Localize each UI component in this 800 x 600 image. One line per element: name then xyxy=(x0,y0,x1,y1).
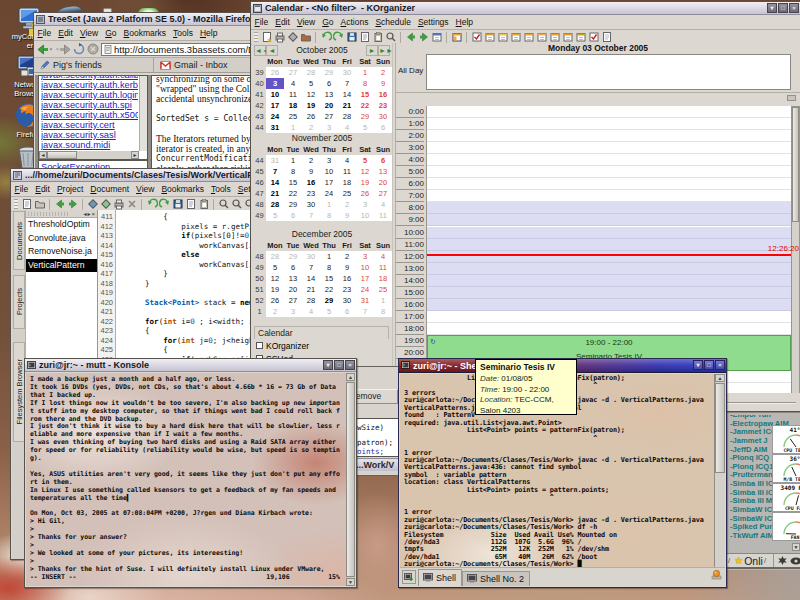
package-links[interactable]: javax.security.auth.callbajavax.security… xyxy=(41,75,138,160)
new-event-icon[interactable] xyxy=(261,31,273,43)
day-cell[interactable]: 19 xyxy=(266,284,284,295)
next-days-view-icon[interactable] xyxy=(549,31,561,43)
day-cell[interactable]: 10 xyxy=(320,166,338,177)
show-today-icon[interactable] xyxy=(431,31,443,43)
flower-menu-icon[interactable] xyxy=(777,555,788,566)
korganizer-menubar[interactable]: FileEditViewGoActionsScheduleSettingsHel… xyxy=(251,15,800,30)
day-cell[interactable]: 21 xyxy=(266,188,284,199)
day-cell[interactable]: 9 xyxy=(338,210,356,221)
agenda-row[interactable] xyxy=(427,299,791,311)
day-cell[interactable]: 11 xyxy=(374,262,392,273)
minimize-button[interactable]: ▾ xyxy=(323,360,333,370)
day-cell[interactable]: 6 xyxy=(320,78,338,89)
day-cell[interactable]: 14 xyxy=(338,89,356,100)
publish-icon[interactable] xyxy=(300,31,312,43)
day-cell[interactable]: 11 xyxy=(338,166,356,177)
document-item[interactable]: RemoveNoise.ja xyxy=(26,245,97,259)
redo-icon[interactable] xyxy=(159,198,171,210)
day-cell[interactable]: 12 xyxy=(266,273,284,284)
day-view-icon[interactable] xyxy=(510,31,522,43)
day-cell[interactable]: 23 xyxy=(302,188,320,199)
agenda-row[interactable] xyxy=(427,263,791,275)
agenda-row[interactable] xyxy=(427,323,791,335)
day-cell[interactable]: 7 xyxy=(338,78,356,89)
agenda-row[interactable] xyxy=(427,178,791,190)
day-cell[interactable]: 15 xyxy=(284,177,302,188)
forward-button[interactable] xyxy=(55,44,71,55)
agenda-row[interactable] xyxy=(427,239,791,251)
undo-icon[interactable] xyxy=(146,198,158,210)
kate-tab-projects[interactable]: Projects xyxy=(13,275,25,329)
new-file-icon[interactable] xyxy=(21,198,33,210)
day-cell[interactable]: 5 xyxy=(356,122,374,133)
day-cell[interactable]: 1 xyxy=(320,251,338,262)
kate-menu-project[interactable]: Project xyxy=(53,182,86,196)
day-cell[interactable]: 31 xyxy=(266,122,284,133)
maximize-button[interactable]: □ xyxy=(778,3,788,13)
package-link[interactable]: javax.security.auth.login xyxy=(41,90,138,100)
day-cell[interactable]: 3 xyxy=(356,251,374,262)
contact-scroll-down[interactable]: ▼ xyxy=(792,543,800,551)
day-cell[interactable]: 7 xyxy=(266,166,284,177)
agenda-row[interactable] xyxy=(427,227,791,239)
close-icon[interactable] xyxy=(126,198,138,210)
online-status-label[interactable]: Onli xyxy=(744,555,763,567)
find-icon[interactable] xyxy=(218,198,230,210)
day-cell[interactable]: 3 xyxy=(356,199,374,210)
day-cell[interactable]: 1 xyxy=(320,199,338,210)
day-cell[interactable]: 6 xyxy=(374,155,392,166)
all-day-splitter[interactable] xyxy=(396,92,800,106)
day-cell[interactable]: 27 xyxy=(374,188,392,199)
agenda-row[interactable] xyxy=(427,251,791,263)
package-link[interactable]: javax.security.auth.x500 xyxy=(41,110,138,120)
kate-menu-file[interactable]: File xyxy=(11,182,32,196)
day-cell[interactable]: 20 xyxy=(320,100,338,111)
day-cell[interactable]: 20 xyxy=(374,177,392,188)
resource-korganizer[interactable]: KOrganizer xyxy=(254,339,389,352)
paste-icon[interactable] xyxy=(372,31,384,43)
day-cell[interactable]: 8 xyxy=(320,262,338,273)
minimize-button[interactable]: ▾ xyxy=(767,3,777,13)
day-cell[interactable]: 16 xyxy=(338,273,356,284)
go-forward-icon[interactable] xyxy=(418,31,430,43)
day-cell[interactable]: 24 xyxy=(320,188,338,199)
redo-icon[interactable] xyxy=(333,31,345,43)
day-cell[interactable]: 28 xyxy=(302,67,320,78)
prev-month-button[interactable]: ◄ xyxy=(266,45,278,56)
day-cell[interactable]: 26 xyxy=(302,111,320,122)
firefox-menu-help[interactable]: Help xyxy=(196,26,220,40)
day-cell[interactable]: 2 xyxy=(266,306,284,317)
reload-button[interactable] xyxy=(73,43,85,55)
package-link[interactable]: javax.security.auth.spi xyxy=(41,100,138,110)
day-cell[interactable]: 28 xyxy=(338,111,356,122)
find-icon[interactable] xyxy=(385,31,397,43)
day-cell[interactable]: 1 xyxy=(284,122,302,133)
back-button[interactable] xyxy=(37,44,53,55)
day-view-sel-icon[interactable] xyxy=(451,31,463,43)
next-month-button[interactable]: ► xyxy=(366,45,378,56)
cut-icon[interactable] xyxy=(346,31,358,43)
day-cell[interactable]: 26 xyxy=(266,295,284,306)
day-cell[interactable]: 5 xyxy=(356,155,374,166)
day-cell[interactable]: 9 xyxy=(374,78,392,89)
day-cell[interactable]: 30 xyxy=(338,67,356,78)
tab-pigs-friends[interactable]: Pig's friends xyxy=(34,58,154,72)
packages-hscrollbar[interactable]: ◄► xyxy=(39,151,139,159)
kate-menu-view[interactable]: View xyxy=(133,182,158,196)
day-cell[interactable]: 2 xyxy=(338,251,356,262)
shell-scrollbar[interactable]: ▲ xyxy=(714,374,725,567)
agenda-row[interactable] xyxy=(427,166,791,178)
firefox-menu-bookmarks[interactable]: Bookmarks xyxy=(120,26,170,40)
day-cell[interactable]: 1 xyxy=(356,67,374,78)
package-link[interactable]: javax.security.cert xyxy=(41,120,138,130)
day-cell[interactable]: 30 xyxy=(302,199,320,210)
day-cell[interactable]: 22 xyxy=(320,284,338,295)
copy-icon[interactable] xyxy=(359,31,371,43)
day-cell[interactable]: 16 xyxy=(374,89,392,100)
day-cell[interactable]: 4 xyxy=(284,78,302,89)
korganizer-menu-go[interactable]: Go xyxy=(319,15,337,29)
day-cell[interactable]: 21 xyxy=(302,284,320,295)
day-cell[interactable]: 26 xyxy=(356,188,374,199)
day-cell[interactable]: 30 xyxy=(374,111,392,122)
day-cell[interactable]: 20 xyxy=(284,284,302,295)
